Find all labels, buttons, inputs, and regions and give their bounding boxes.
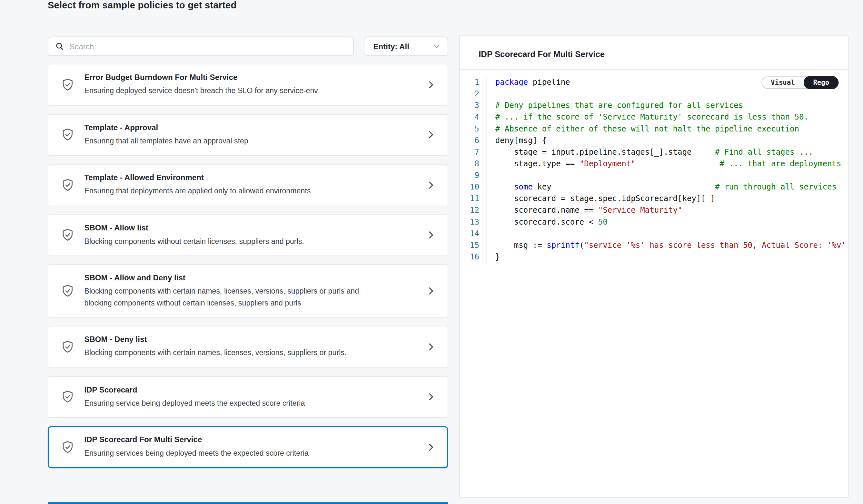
policy-text: Template - Approval Ensuring that all te…	[84, 123, 248, 147]
policy-text: SBOM - Deny list Blocking components wit…	[84, 335, 346, 359]
code-line: 8 stage.type == "Deployment" # ... that …	[460, 158, 848, 169]
code-line-content: package pipeline	[486, 76, 570, 88]
policy-list-item[interactable]: Error Budget Burndown For Multi Service …	[48, 64, 448, 106]
policy-title: Error Budget Burndown For Multi Service	[84, 73, 318, 81]
policy-shield-check-icon	[60, 390, 75, 404]
policy-detail-panel: IDP Scorecard For Multi Service Visual R…	[459, 36, 849, 497]
code-line-content: scorecard.score < 50	[486, 216, 607, 228]
policy-list-item[interactable]: SBOM - Allow list Blocking components wi…	[48, 214, 448, 256]
code-line-content	[486, 228, 495, 240]
code-line-content: scorecard.name == "Service Maturity"	[486, 205, 682, 216]
policy-list-item[interactable]: SBOM - Deny list Blocking components wit…	[48, 326, 448, 368]
page-title: Select from sample policies to get start…	[48, 0, 237, 11]
search-input[interactable]	[69, 42, 347, 51]
line-number: 11	[460, 193, 487, 204]
policy-description: Ensuring deployed service doesn't breach…	[84, 86, 318, 97]
policy-shield-check-icon	[60, 178, 75, 192]
policy-text: IDP Scorecard Ensuring service being dep…	[84, 385, 305, 409]
code-line: 2	[460, 88, 848, 100]
policy-shield-check-icon	[60, 228, 75, 242]
toggle-rego-button[interactable]: Rego	[804, 76, 838, 89]
code-lines: 1package pipeline23# Deny pipelines that…	[460, 76, 848, 263]
editor-mode-toggle: Visual Rego	[761, 76, 839, 89]
policy-shield-check-icon	[60, 77, 75, 92]
line-number: 10	[460, 181, 487, 193]
code-line-content: scorecard = stage.spec.idpScorecard[key]…	[486, 193, 715, 204]
policy-title: IDP Scorecard	[84, 385, 305, 394]
policy-title: IDP Scorecard For Multi Service	[84, 435, 309, 444]
code-line-content: # Absence of either of these will not ha…	[486, 123, 799, 135]
chevron-right-icon[interactable]	[425, 129, 436, 140]
code-line-content: msg := sprintf("service '%s' has score l…	[486, 240, 846, 251]
toggle-visual-button[interactable]: Visual	[762, 77, 804, 88]
policy-list-panel: Entity: All Error Budget Burndown For Mu…	[48, 37, 448, 468]
code-line-content	[486, 88, 495, 100]
code-line-content: deny[msg] {	[486, 135, 547, 146]
code-line: 14	[460, 228, 848, 240]
policy-description: Ensuring services being deployed meets t…	[84, 448, 309, 459]
policy-text: Error Budget Burndown For Multi Service …	[84, 73, 318, 97]
line-number: 16	[460, 251, 487, 263]
policy-list-item[interactable]: Template - Approval Ensuring that all te…	[48, 114, 448, 156]
policy-title: Template - Allowed Environment	[84, 173, 311, 182]
code-line: 4# ... if the score of 'Service Maturity…	[460, 112, 848, 123]
policy-text: Template - Allowed Environment Ensuring …	[84, 173, 311, 197]
policy-shield-check-icon	[60, 440, 75, 454]
code-line: 13 scorecard.score < 50	[460, 216, 848, 228]
code-line: 7 stage = input.pipeline.stages[_].stage…	[460, 146, 848, 158]
chevron-right-icon[interactable]	[425, 285, 436, 296]
code-editor[interactable]: Visual Rego 1package pipeline23# Deny pi…	[460, 70, 848, 263]
code-line: 15 msg := sprintf("service '%s' has scor…	[460, 240, 848, 251]
policy-list-item[interactable]: SBOM - Allow and Deny list Blocking comp…	[48, 264, 448, 318]
policy-title: SBOM - Allow list	[84, 223, 304, 232]
code-line: 16}	[460, 251, 848, 263]
code-line: 5# Absence of either of these will not h…	[460, 123, 848, 135]
code-line-content: # ... if the score of 'Service Maturity'…	[486, 112, 809, 123]
policy-list-item[interactable]: Template - Allowed Environment Ensuring …	[48, 164, 448, 206]
code-line: 9	[460, 169, 848, 181]
search-box	[48, 37, 354, 56]
policy-description: Ensuring that all templates have an appr…	[84, 136, 248, 147]
policy-description: Ensuring service being deployed meets th…	[84, 398, 305, 409]
line-number: 8	[460, 158, 487, 169]
policy-list-item[interactable]: IDP Scorecard For Multi Service Ensuring…	[48, 426, 448, 468]
policy-text: SBOM - Allow and Deny list Blocking comp…	[84, 273, 384, 309]
code-line: 10 some key # run through all services	[460, 181, 848, 193]
chevron-right-icon[interactable]	[425, 79, 436, 90]
policy-description: Blocking components with certain names, …	[84, 347, 346, 359]
policy-description: Blocking components with certain names, …	[84, 286, 384, 309]
line-number: 3	[460, 100, 487, 112]
chevron-right-icon[interactable]	[425, 441, 436, 452]
chevron-right-icon[interactable]	[425, 391, 436, 402]
line-number: 12	[460, 205, 487, 216]
policy-title: SBOM - Allow and Deny list	[84, 273, 384, 282]
policy-shield-check-icon	[60, 340, 75, 354]
line-number: 15	[460, 240, 487, 251]
policy-title: SBOM - Deny list	[84, 335, 346, 344]
line-number: 7	[460, 146, 487, 158]
code-line-content: some key # run through all services	[486, 181, 837, 193]
policy-list-item[interactable]: IDP Scorecard Ensuring service being dep…	[48, 376, 448, 418]
policy-description: Blocking components without certain lice…	[84, 236, 304, 247]
entity-filter-label: Entity: All	[373, 42, 409, 51]
policy-text: IDP Scorecard For Multi Service Ensuring…	[84, 435, 309, 459]
code-line: 12 scorecard.name == "Service Maturity"	[460, 205, 848, 216]
chevron-right-icon[interactable]	[425, 230, 436, 241]
code-line: 3# Deny pipelines that are configured fo…	[460, 100, 848, 112]
line-number: 1	[460, 76, 487, 88]
line-number: 2	[460, 88, 487, 100]
chevron-right-icon[interactable]	[425, 180, 436, 191]
policy-text: SBOM - Allow list Blocking components wi…	[84, 223, 304, 247]
detail-header: IDP Scorecard For Multi Service	[460, 36, 848, 70]
line-number: 5	[460, 123, 487, 135]
line-number: 13	[460, 216, 487, 228]
line-number: 14	[460, 228, 487, 240]
chevron-down-icon	[433, 42, 441, 51]
detail-title: IDP Scorecard For Multi Service	[478, 49, 829, 59]
policy-description: Ensuring that deployments are applied on…	[84, 185, 311, 197]
code-line: 11 scorecard = stage.spec.idpScorecard[k…	[460, 193, 848, 204]
code-line: 6deny[msg] {	[460, 135, 848, 146]
entity-filter-dropdown[interactable]: Entity: All	[364, 37, 448, 56]
chevron-right-icon[interactable]	[425, 341, 436, 352]
policy-list: Error Budget Burndown For Multi Service …	[48, 64, 448, 468]
